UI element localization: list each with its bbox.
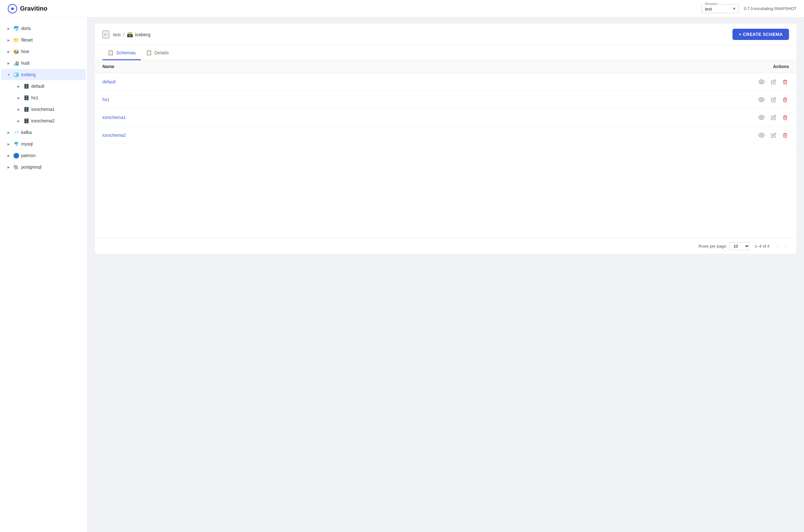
- sidebar-item-default[interactable]: 🗄️ default: [1, 80, 86, 92]
- eye-icon: [759, 114, 765, 120]
- metalake-dropdown-arrow: ▼: [732, 6, 736, 11]
- empty-space: [95, 144, 797, 238]
- schemas-tab-icon: 📋: [108, 50, 114, 56]
- row-actions-hs1: [751, 95, 789, 104]
- sidebar-item-hudi[interactable]: 🏄 hudi: [1, 57, 86, 69]
- table-footer: Rows per page: 5 10 25 50 1–4 of 4 ‹ ›: [95, 238, 797, 254]
- edit-button-iceschema2[interactable]: [770, 131, 778, 139]
- paimon-icon: 🔵: [13, 152, 19, 158]
- details-tab-label: Details: [155, 50, 169, 55]
- expand-arrow-fileset: [6, 37, 11, 42]
- breadcrumb-catalog-link[interactable]: test: [113, 32, 120, 37]
- sidebar-item-kafka[interactable]: 📨 kafka: [1, 127, 86, 138]
- content-header: ← test / 🗃️ iceberg + CREATE SCHEMA: [95, 24, 797, 45]
- view-button-iceschema2[interactable]: [757, 131, 766, 139]
- sidebar-item-hs1[interactable]: 🗄️ hs1: [1, 92, 86, 103]
- sidebar-label-kafka: kafka: [21, 130, 82, 135]
- sidebar-item-hive[interactable]: 🐝 hive: [1, 46, 86, 57]
- sidebar-label-fileset: fileset: [21, 37, 82, 42]
- row-actions-iceschema2: [751, 131, 789, 139]
- postgresql-icon: 🐘: [13, 164, 19, 170]
- row-name-hs1[interactable]: hs1: [102, 97, 751, 102]
- sidebar-item-postgresql[interactable]: 🐘 postgresql: [1, 162, 86, 173]
- expand-arrow-paimon: [6, 153, 11, 158]
- table-row: iceschema1: [95, 109, 797, 127]
- pencil-icon: [771, 133, 776, 138]
- edit-button-iceschema1[interactable]: [770, 114, 778, 121]
- next-page-button[interactable]: ›: [782, 242, 789, 250]
- sidebar-item-fileset[interactable]: 📁 fileset: [1, 34, 86, 45]
- sidebar-item-paimon[interactable]: 🔵 paimon: [1, 150, 86, 161]
- version-text: 0.7.0-incubating-SNAPSHOT: [744, 6, 797, 11]
- expand-arrow-kafka: [6, 130, 11, 135]
- trash-icon: [782, 79, 788, 84]
- app-container: 🐬 doris 📁 fileset 🐝 hive 🏄 hudi 🧊 iceber…: [0, 18, 804, 532]
- row-name-default[interactable]: default: [102, 79, 751, 84]
- tab-schemas[interactable]: 📋 Schemas: [102, 45, 141, 60]
- sidebar-label-default: default: [31, 84, 82, 89]
- eye-icon: [759, 96, 765, 103]
- rows-per-page-select[interactable]: 5 10 25 50: [729, 242, 750, 250]
- eye-icon: [759, 79, 765, 85]
- view-button-iceschema1[interactable]: [757, 113, 766, 122]
- iceschema1-icon: 🗄️: [23, 106, 30, 112]
- delete-button-hs1[interactable]: [781, 96, 789, 104]
- gravitino-logo-icon: [7, 4, 18, 14]
- app-logo: Gravitino: [7, 4, 48, 14]
- delete-button-default[interactable]: [781, 78, 789, 86]
- table-row: iceschema2: [95, 127, 797, 144]
- trash-icon: [782, 133, 788, 138]
- view-button-hs1[interactable]: [757, 95, 766, 104]
- rows-per-page-label: Rows per page:: [698, 244, 727, 248]
- view-button-default[interactable]: [757, 77, 766, 86]
- sidebar-item-iceschema1[interactable]: 🗄️ iceschema1: [1, 104, 86, 115]
- sidebar-item-iceberg[interactable]: 🧊 iceberg: [1, 69, 86, 80]
- sidebar: 🐬 doris 📁 fileset 🐝 hive 🏄 hudi 🧊 iceber…: [0, 18, 88, 532]
- svg-point-2: [761, 81, 763, 83]
- prev-page-button[interactable]: ‹: [774, 242, 781, 250]
- metalake-label: Metalake: [704, 2, 718, 6]
- expand-arrow-default: [16, 84, 21, 89]
- expand-arrow-postgresql: [6, 165, 11, 170]
- schemas-table: Name Actions default: [95, 60, 797, 254]
- tab-details[interactable]: 📋 Details: [141, 45, 174, 60]
- col-header-actions: Actions: [751, 64, 789, 69]
- sidebar-item-iceschema2[interactable]: 🗄️ iceschema2: [1, 115, 86, 127]
- hudi-icon: 🏄: [13, 60, 19, 66]
- sidebar-label-paimon: paimon: [21, 153, 82, 158]
- back-button[interactable]: ←: [102, 31, 109, 38]
- pagination-buttons: ‹ ›: [774, 242, 789, 250]
- breadcrumb-separator: /: [123, 32, 124, 37]
- expand-arrow-iceschema1: [16, 107, 21, 112]
- sidebar-label-doris: doris: [21, 26, 82, 31]
- col-header-name: Name: [102, 64, 751, 69]
- table-header: Name Actions: [95, 60, 797, 73]
- edit-button-hs1[interactable]: [770, 96, 778, 104]
- delete-button-iceschema1[interactable]: [781, 114, 789, 121]
- row-actions-iceschema1: [751, 113, 789, 122]
- kafka-icon: 📨: [13, 129, 19, 135]
- metalake-selector[interactable]: Metalake test ▼: [702, 4, 739, 13]
- row-name-iceschema1[interactable]: iceschema1: [102, 115, 751, 120]
- svg-point-1: [11, 7, 14, 10]
- expand-arrow-hs1: [16, 95, 21, 100]
- svg-point-4: [761, 117, 763, 118]
- sidebar-item-mysql[interactable]: 🐬 mysql: [1, 138, 86, 150]
- sidebar-label-hs1: hs1: [31, 95, 82, 100]
- edit-button-default[interactable]: [770, 78, 778, 86]
- sidebar-item-doris[interactable]: 🐬 doris: [1, 23, 86, 34]
- app-header: Gravitino Metalake test ▼ 0.7.0-incubati…: [0, 0, 804, 18]
- trash-icon: [782, 97, 788, 102]
- sidebar-label-iceschema1: iceschema1: [31, 107, 82, 112]
- breadcrumb-current: 🗃️ iceberg: [127, 32, 150, 37]
- create-schema-button[interactable]: + CREATE SCHEMA: [732, 29, 789, 40]
- eye-icon: [759, 132, 765, 138]
- content-tabs: 📋 Schemas 📋 Details: [95, 45, 797, 60]
- sidebar-label-postgresql: postgresql: [21, 165, 82, 170]
- row-name-iceschema2[interactable]: iceschema2: [102, 133, 751, 138]
- pencil-icon: [771, 115, 776, 120]
- sidebar-label-iceberg: iceberg: [21, 72, 82, 77]
- fileset-icon: 📁: [13, 37, 19, 43]
- delete-button-iceschema2[interactable]: [781, 131, 789, 139]
- row-actions-default: [751, 77, 789, 86]
